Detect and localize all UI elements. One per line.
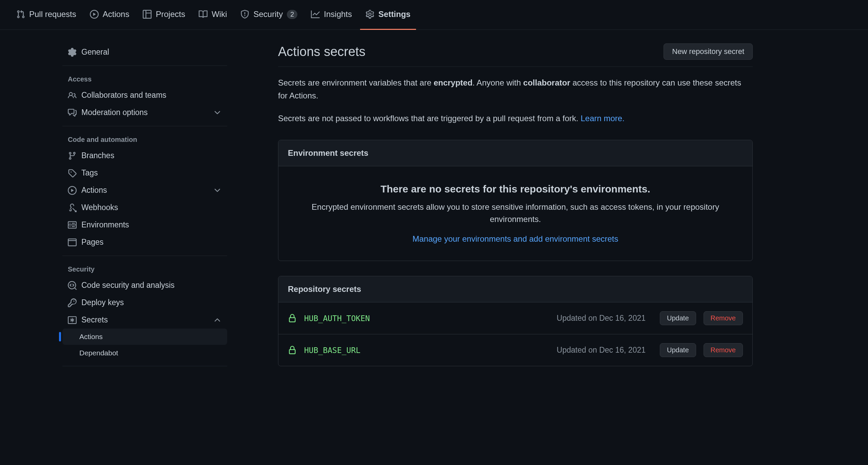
lock-icon: [288, 314, 297, 323]
play-icon: [90, 10, 99, 19]
git-pull-request-icon: [16, 10, 25, 19]
lock-icon: [288, 346, 297, 355]
graph-icon: [311, 10, 320, 19]
secret-name: HUB_AUTH_TOKEN: [304, 314, 549, 323]
security-counter: 2: [287, 10, 297, 19]
gear-icon: [68, 48, 77, 57]
sidebar-item-tags[interactable]: Tags: [62, 164, 227, 182]
sidebar-item-secrets[interactable]: Secrets: [62, 311, 227, 329]
people-icon: [68, 91, 77, 100]
tag-icon: [68, 169, 77, 178]
update-secret-button[interactable]: Update: [660, 343, 696, 357]
secret-row: HUB_AUTH_TOKEN Updated on Dec 16, 2021 U…: [278, 302, 752, 334]
new-repository-secret-button[interactable]: New repository secret: [664, 43, 753, 60]
sidebar-item-pages[interactable]: Pages: [62, 234, 227, 251]
env-empty-title: There are no secrets for this repository…: [305, 183, 725, 195]
key-icon: [68, 298, 77, 307]
chevron-down-icon: [213, 186, 222, 195]
sidebar-item-deploy-keys[interactable]: Deploy keys: [62, 294, 227, 311]
nav-wiki[interactable]: Wiki: [193, 0, 232, 30]
table-icon: [143, 10, 152, 19]
remove-secret-button[interactable]: Remove: [704, 311, 743, 325]
update-secret-button[interactable]: Update: [660, 311, 696, 325]
main-content: Actions secrets New repository secret Se…: [241, 43, 773, 371]
repo-nav: Pull requests Actions Projects Wiki Secu…: [0, 0, 868, 30]
remove-secret-button[interactable]: Remove: [704, 343, 743, 357]
sidebar-item-general[interactable]: General: [62, 43, 227, 61]
secret-name: HUB_BASE_URL: [304, 346, 549, 355]
sidebar-item-collaborators[interactable]: Collaborators and teams: [62, 87, 227, 104]
webhook-icon: [68, 203, 77, 212]
gear-icon: [366, 10, 374, 19]
shield-icon: [240, 10, 249, 19]
nav-actions[interactable]: Actions: [84, 0, 135, 30]
chevron-up-icon: [213, 316, 222, 324]
env-empty-desc: Encrypted environment secrets allow you …: [305, 201, 725, 225]
codescan-icon: [68, 281, 77, 290]
repository-secrets-header: Repository secrets: [278, 276, 752, 302]
key-asterisk-icon: [68, 316, 77, 324]
nav-pull-requests[interactable]: Pull requests: [11, 0, 82, 30]
sidebar-item-actions[interactable]: Actions: [62, 182, 227, 199]
divider: [62, 66, 227, 66]
divider: [62, 366, 227, 366]
secret-updated: Updated on Dec 16, 2021: [557, 346, 646, 355]
sidebar-item-secrets-actions[interactable]: Actions: [62, 329, 227, 345]
nav-settings[interactable]: Settings: [360, 0, 416, 30]
sidebar-item-moderation[interactable]: Moderation options: [62, 104, 227, 121]
repository-secrets-box: Repository secrets HUB_AUTH_TOKEN Update…: [278, 276, 753, 366]
environment-secrets-empty: There are no secrets for this repository…: [278, 166, 752, 261]
sidebar-item-code-security[interactable]: Code security and analysis: [62, 277, 227, 294]
book-icon: [199, 10, 208, 19]
page-title: Actions secrets: [278, 44, 366, 59]
environment-secrets-header: Environment secrets: [278, 140, 752, 166]
nav-projects[interactable]: Projects: [137, 0, 191, 30]
divider: [62, 256, 227, 256]
git-branch-icon: [68, 151, 77, 160]
secret-updated: Updated on Dec 16, 2021: [557, 314, 646, 323]
sidebar-item-secrets-dependabot[interactable]: Dependabot: [62, 345, 227, 361]
sidebar-heading-code: Code and automation: [62, 131, 227, 147]
sidebar-heading-access: Access: [62, 71, 227, 87]
browser-icon: [68, 238, 77, 247]
sidebar-item-webhooks[interactable]: Webhooks: [62, 199, 227, 216]
settings-sidebar: General Access Collaborators and teams M…: [0, 43, 241, 371]
nav-security[interactable]: Security 2: [235, 0, 303, 30]
chevron-down-icon: [213, 108, 222, 117]
manage-environments-link[interactable]: Manage your environments and add environ…: [412, 234, 618, 243]
secret-row: HUB_BASE_URL Updated on Dec 16, 2021 Upd…: [278, 334, 752, 366]
secrets-description-2: Secrets are not passed to workflows that…: [278, 112, 753, 125]
sidebar-heading-security: Security: [62, 261, 227, 277]
divider: [62, 126, 227, 126]
nav-insights[interactable]: Insights: [305, 0, 357, 30]
secrets-description-1: Secrets are environment variables that a…: [278, 76, 753, 103]
sidebar-item-environments[interactable]: Environments: [62, 216, 227, 234]
learn-more-link[interactable]: Learn more.: [580, 114, 624, 123]
environment-secrets-box: Environment secrets There are no secrets…: [278, 140, 753, 261]
server-icon: [68, 221, 77, 229]
sidebar-item-branches[interactable]: Branches: [62, 147, 227, 164]
play-icon: [68, 186, 77, 195]
comment-discussion-icon: [68, 108, 77, 117]
